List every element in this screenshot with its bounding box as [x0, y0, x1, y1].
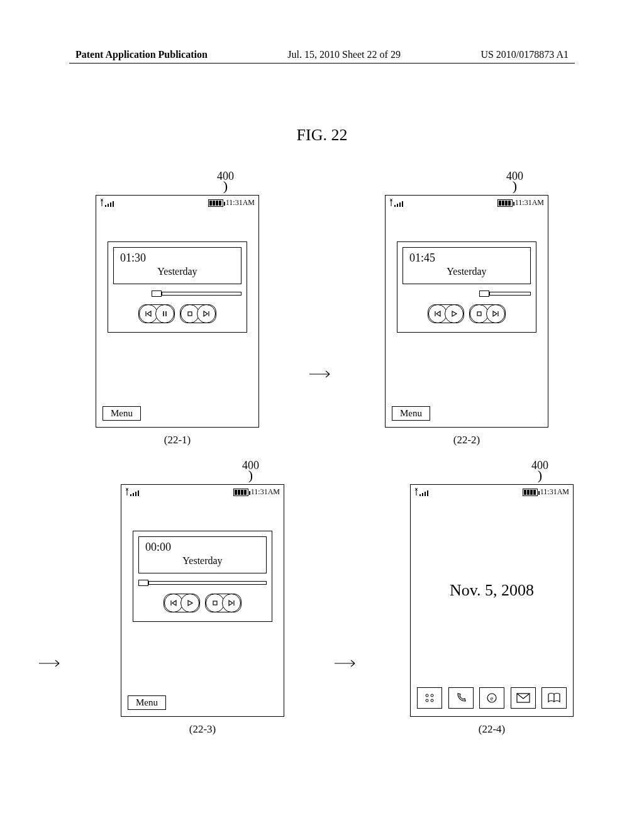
svg-rect-14	[213, 601, 217, 605]
menu-button[interactable]: Menu	[103, 406, 141, 421]
svg-rect-9	[477, 312, 481, 316]
svg-rect-6	[397, 204, 398, 207]
playback-subtitle: Yesterday	[145, 555, 260, 567]
svg-point-19	[426, 694, 428, 697]
svg-rect-2	[110, 202, 111, 207]
svg-rect-18	[427, 490, 428, 496]
battery-icon	[208, 199, 223, 207]
phone-screen: 11:31AM Nov. 5, 2008	[410, 484, 574, 717]
callout-label: 400)	[242, 459, 259, 480]
figure-title: FIG. 22	[0, 126, 644, 145]
progress-slider[interactable]	[138, 580, 267, 586]
play-button[interactable]	[445, 304, 464, 323]
menu-button[interactable]: Menu	[392, 406, 430, 421]
playback-subtitle: Yesterday	[120, 266, 235, 277]
home-icon-bar: e	[417, 687, 567, 709]
svg-rect-11	[133, 493, 134, 496]
status-time: 11:31AM	[226, 198, 255, 208]
header-publication: Patent Application Publication	[75, 49, 208, 60]
header-sheet-info: Jul. 15, 2010 Sheet 22 of 29	[287, 49, 401, 60]
next-button[interactable]	[486, 304, 505, 323]
battery-icon	[233, 489, 248, 496]
play-icon	[186, 599, 194, 607]
progress-slider[interactable]	[402, 290, 531, 297]
svg-rect-13	[138, 490, 139, 496]
playback-subtitle: Yesterday	[409, 266, 524, 277]
signal-icon	[414, 488, 433, 497]
play-button[interactable]	[180, 594, 199, 612]
home-date: Nov. 5, 2008	[411, 581, 573, 600]
pause-button[interactable]	[155, 304, 174, 323]
header-rule	[69, 63, 575, 64]
svg-rect-12	[135, 492, 136, 496]
svg-rect-10	[130, 494, 131, 496]
svg-rect-4	[188, 312, 192, 316]
media-display: 01:30 Yesterday	[113, 247, 242, 284]
arrow-right-icon	[309, 302, 335, 446]
svg-point-21	[426, 699, 428, 702]
svg-rect-17	[425, 492, 426, 496]
next-button[interactable]	[197, 304, 216, 323]
svg-point-20	[431, 694, 433, 697]
skip-forward-icon	[492, 310, 499, 318]
media-player: 01:30 Yesterday	[108, 241, 247, 333]
mail-icon	[516, 693, 530, 703]
slider-track	[148, 581, 267, 585]
pause-icon	[161, 310, 169, 318]
battery-icon	[497, 199, 513, 207]
next-button[interactable]	[222, 594, 241, 612]
media-display: 01:45 Yesterday	[402, 247, 531, 284]
signal-icon	[389, 199, 408, 208]
media-player: 00:00 Yesterday	[133, 531, 272, 622]
svg-rect-3	[113, 201, 114, 207]
apps-icon	[423, 692, 436, 704]
slider-thumb[interactable]	[479, 290, 489, 297]
arrow-right-icon	[335, 591, 360, 736]
phone-screen: 11:31AM 00:00 Yesterday	[121, 484, 284, 717]
svg-point-22	[431, 699, 433, 702]
playback-time: 01:45	[409, 252, 524, 265]
slider-thumb[interactable]	[152, 290, 162, 297]
call-button[interactable]	[448, 687, 474, 709]
stop-icon	[186, 310, 194, 318]
playback-time: 01:30	[120, 252, 235, 265]
callout-label: 400)	[217, 170, 234, 191]
contacts-button[interactable]	[541, 687, 567, 709]
callout-label: 400)	[531, 459, 548, 480]
skip-back-icon	[170, 599, 177, 607]
slider-track	[489, 292, 531, 296]
stop-icon	[475, 310, 483, 318]
status-bar: 11:31AM	[96, 196, 258, 210]
panel-label: (22-2)	[385, 434, 548, 446]
status-bar: 11:31AM	[386, 196, 548, 210]
svg-rect-0	[105, 205, 106, 207]
svg-rect-8	[402, 201, 403, 207]
media-display: 00:00 Yesterday	[138, 536, 267, 573]
svg-rect-1	[108, 204, 109, 207]
battery-icon	[523, 489, 538, 496]
apps-button[interactable]	[417, 687, 442, 709]
slider-thumb[interactable]	[138, 580, 148, 586]
phone-screen: 11:31AM 01:45 Yesterday	[385, 195, 548, 428]
status-bar: 11:31AM	[121, 485, 284, 499]
svg-rect-15	[419, 494, 421, 496]
status-time: 11:31AM	[251, 487, 280, 497]
status-time: 11:31AM	[540, 487, 569, 497]
playback-time: 00:00	[145, 541, 260, 554]
callout-label: 400)	[506, 170, 523, 191]
svg-text:e: e	[491, 695, 494, 702]
status-time: 11:31AM	[515, 198, 544, 208]
arrow-right-icon	[39, 591, 64, 736]
play-icon	[450, 310, 458, 318]
panel-label: (22-1)	[96, 434, 259, 446]
browser-button[interactable]: e	[479, 687, 504, 709]
progress-slider[interactable]	[113, 290, 242, 297]
svg-rect-16	[422, 493, 423, 496]
media-player: 01:45 Yesterday	[397, 241, 536, 333]
mail-button[interactable]	[511, 687, 536, 709]
phone-icon	[455, 692, 467, 704]
signal-icon	[125, 488, 144, 497]
menu-button[interactable]: Menu	[128, 695, 166, 710]
slider-track	[162, 292, 242, 296]
stop-icon	[211, 599, 219, 607]
